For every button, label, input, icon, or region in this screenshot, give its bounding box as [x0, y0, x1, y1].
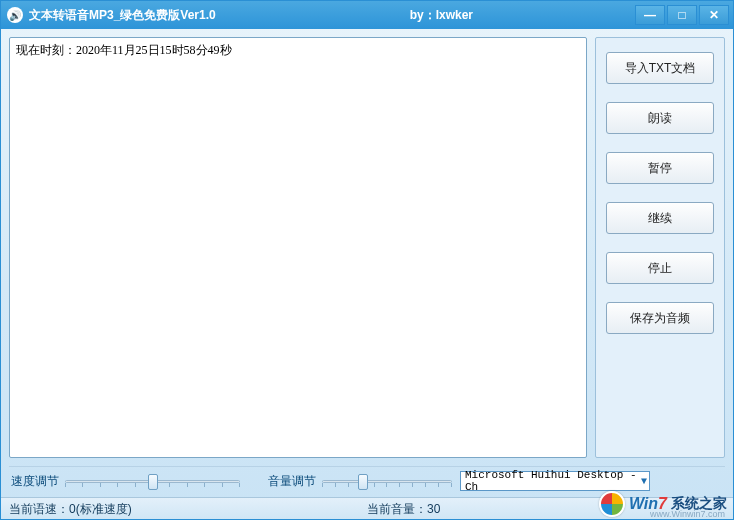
- window-controls: — □ ✕: [633, 5, 729, 25]
- author-label: by：lxwker: [410, 7, 473, 24]
- volume-label: 音量调节: [268, 473, 316, 490]
- save-audio-button[interactable]: 保存为音频: [606, 302, 714, 334]
- maximize-button[interactable]: □: [667, 5, 697, 25]
- chevron-down-icon: ▼: [641, 476, 647, 487]
- read-button[interactable]: 朗读: [606, 102, 714, 134]
- text-input-wrap: [9, 37, 587, 458]
- pause-button[interactable]: 暂停: [606, 152, 714, 184]
- window-title: 文本转语音MP3_绿色免费版Ver1.0: [29, 7, 216, 24]
- voice-select[interactable]: Microsoft Huihui Desktop - Ch ▼: [460, 471, 650, 491]
- action-panel: 导入TXT文档 朗读 暂停 继续 停止 保存为音频: [595, 37, 725, 458]
- text-input[interactable]: [16, 42, 580, 453]
- voice-select-value: Microsoft Huihui Desktop - Ch: [465, 469, 641, 493]
- content-area: 导入TXT文档 朗读 暂停 继续 停止 保存为音频: [1, 29, 733, 466]
- speaker-icon: 🔊: [9, 10, 21, 21]
- sliders-row: 速度调节 音量调节 Microsoft Huihui Desktop - Ch …: [1, 467, 733, 497]
- app-window: 🔊 文本转语音MP3_绿色免费版Ver1.0 by：lxwker — □ ✕ 导…: [0, 0, 734, 520]
- import-txt-button[interactable]: 导入TXT文档: [606, 52, 714, 84]
- volume-slider-group: 音量调节: [268, 472, 452, 490]
- speed-slider[interactable]: [65, 472, 240, 490]
- app-icon: 🔊: [7, 7, 23, 23]
- close-button[interactable]: ✕: [699, 5, 729, 25]
- status-bar: 当前语速：0(标准速度) 当前音量：30 Win7 系统之家 www.Winwi…: [1, 497, 733, 519]
- left-column: [9, 37, 587, 458]
- minimize-button[interactable]: —: [635, 5, 665, 25]
- speed-slider-group: 速度调节: [11, 472, 240, 490]
- status-volume: 当前音量：30: [367, 501, 725, 518]
- titlebar[interactable]: 🔊 文本转语音MP3_绿色免费版Ver1.0 by：lxwker — □ ✕: [1, 1, 733, 29]
- volume-slider[interactable]: [322, 472, 452, 490]
- stop-button[interactable]: 停止: [606, 252, 714, 284]
- resume-button[interactable]: 继续: [606, 202, 714, 234]
- speed-label: 速度调节: [11, 473, 59, 490]
- status-speed: 当前语速：0(标准速度): [9, 501, 367, 518]
